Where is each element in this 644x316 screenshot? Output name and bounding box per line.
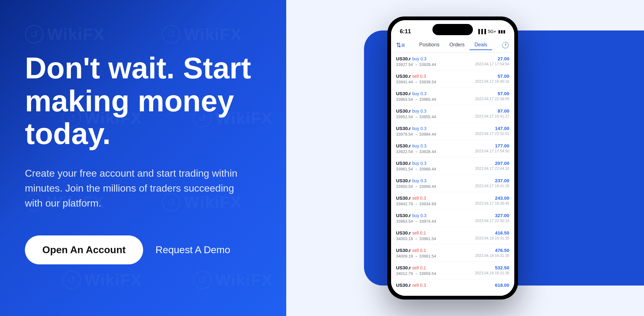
trade-profit-7: 237.00 [475,178,509,183]
trade-symbol-7: US30.r buy 0.3 [396,178,436,184]
trade-prices-4: 33979.54 → 33984.44 [396,132,436,137]
trade-right-9: 327.00 2023.04.17 22:50:19 [475,213,509,223]
trade-profit-0: 27.00 [475,56,509,61]
trade-time-10: 2023.04.18 16:31:35 [475,236,509,240]
trade-left-11: US30.r sell 0.1 34009.19 → 33961.54 [396,248,436,258]
trade-right-7: 237.00 2023.04.17 16:41:26 [475,178,509,188]
trade-right-3: 87.00 2023.04.17 16:41:27 [475,108,509,118]
page-wrapper: ↺ WikiFX ↺ WikiFX ↺ WikiFX ↺ WikiFX ↺ Wi… [0,0,644,316]
trade-symbol-8: US30.r sell 0.3 [396,195,436,201]
trade-row: US30.r buy 0.3 33950.54 → 33958.44 237.0… [391,175,514,192]
trade-right-6: 207.00 2023.04.17 22:44:32 [475,160,509,171]
filter-sort-icon[interactable]: ⇅≡ [396,41,405,49]
trade-row: US30.r sell 0.3 618.00 [391,279,514,292]
trade-profit-5: 177.00 [475,143,509,148]
trade-right-4: 147.00 2023.04.17 22:32:01 [475,126,509,136]
trade-left-7: US30.r buy 0.3 33950.54 → 33958.44 [396,178,436,189]
tab-group: Positions Orders Deals [414,40,492,50]
tab-positions[interactable]: Positions [414,40,444,50]
trade-right-2: 57.00 2023.04.17 22:38:05 [475,91,509,101]
trade-time-1: 2023.04.17 16:40:16 [475,79,509,84]
trade-time-2: 2023.04.17 22:38:05 [475,97,509,101]
trade-symbol-6: US30.r buy 0.3 [396,160,436,166]
trade-right-1: 57.00 2023.04.17 16:40:16 [475,73,509,84]
app-nav: ⇅≡ Positions Orders Deals 🕐 [391,38,514,53]
network-type: 5G+ [488,29,496,34]
trade-prices-3: 33952.54 → 33955.44 [396,114,436,119]
subtext: Create your free account and start tradi… [25,166,249,211]
trade-left-10: US30.r sell 0.1 34003.19 → 33961.54 [396,230,436,241]
trade-left-13: US30.r sell 0.3 [396,282,426,289]
open-account-button[interactable]: Open An Account [25,235,143,264]
headline: Don't wait. Start making money today. [25,52,261,150]
trade-prices-1: 33941.44 → 33939.54 [396,80,436,84]
trade-prices-8: 33942.79 → 33934.69 [396,202,436,206]
tab-orders[interactable]: Orders [444,40,469,50]
left-section: ↺ WikiFX ↺ WikiFX ↺ WikiFX ↺ WikiFX ↺ Wi… [0,0,286,316]
battery-icon: ▮▮▮ [498,29,506,34]
trade-symbol-9: US30.r buy 0.3 [396,213,436,218]
trade-symbol-5: US30.r buy 0.3 [396,143,436,149]
trade-left-3: US30.r buy 0.3 33952.54 → 33955.44 [396,108,436,119]
trade-time-11: 2023.04.18 16:31:35 [475,253,509,258]
trade-row: US30.r buy 0.3 33979.54 → 33984.44 147.0… [391,123,514,140]
trade-prices-2: 33963.54 → 33965.44 [396,97,436,102]
right-section: 6:11 ▐▐▐ 5G+ ▮▮▮ ⇅≡ Positions Orders [286,0,644,316]
trade-prices-9: 33963.54 → 33974.44 [396,219,436,224]
trade-prices-10: 34003.19 → 33961.54 [396,236,436,241]
trade-right-13: 618.00 [495,282,509,288]
trade-prices-0: 33927.54 → 33928.44 [396,62,436,67]
trade-profit-1: 57.00 [475,73,509,79]
trade-profit-9: 327.00 [475,213,509,218]
request-demo-button[interactable]: Request A Demo [156,244,230,256]
watermark-8: ↺ WikiFX [193,271,273,289]
trade-time-12: 2023.04.18 16:31:36 [475,271,509,275]
trade-left-2: US30.r buy 0.3 33963.54 → 33965.44 [396,91,436,102]
trade-time-4: 2023.04.17 22:32:01 [475,132,509,136]
trade-row: US30.r buy 0.3 33927.54 → 33928.44 27.00… [391,53,514,70]
trade-prices-5: 33922.54 → 33928.44 [396,149,436,154]
trade-left-0: US30.r buy 0.3 33927.54 → 33928.44 [396,56,436,67]
trade-profit-6: 207.00 [475,160,509,166]
clock-icon[interactable]: 🕐 [502,41,509,49]
trade-prices-12: 34012.79 → 33959.54 [396,271,436,276]
trade-profit-12: 532.50 [475,265,509,270]
trade-time-9: 2023.04.17 22:50:19 [475,219,509,223]
trade-row: US30.r buy 0.3 33963.54 → 33965.44 57.00… [391,88,514,105]
trade-profit-8: 243.00 [475,195,509,201]
trade-right-5: 177.00 2023.04.17 17:54:50 [475,143,509,153]
trade-row: US30.r sell 0.1 34012.79 → 33959.54 532.… [391,262,514,279]
trade-row: US30.r buy 0.3 33961.54 → 33968.44 207.0… [391,157,514,175]
trade-left-8: US30.r sell 0.3 33942.79 → 33934.69 [396,195,436,206]
trade-symbol-11: US30.r sell 0.1 [396,248,436,253]
tab-deals[interactable]: Deals [469,40,492,50]
watermark-2: ↺ WikiFX [162,25,242,44]
trade-time-7: 2023.04.17 16:41:26 [475,184,509,188]
trade-row: US30.r sell 0.1 34009.19 → 33961.54 476.… [391,244,514,262]
trade-prices-6: 33961.54 → 33968.44 [396,167,436,171]
nav-left-icons: ⇅≡ [396,41,405,49]
trade-time-6: 2023.04.17 22:44:32 [475,166,509,171]
status-icons: ▐▐▐ 5G+ ▮▮▮ [477,29,506,34]
trade-right-12: 532.50 2023.04.18 16:31:36 [475,265,509,275]
trade-left-9: US30.r buy 0.3 33963.54 → 33974.44 [396,213,436,224]
trade-row: US30.r sell 0.1 34003.19 → 33961.54 416.… [391,227,514,244]
trade-symbol-12: US30.r sell 0.1 [396,265,436,271]
trade-time-0: 2023.04.17 17:54:54 [475,62,509,66]
phone-screen: 6:11 ▐▐▐ 5G+ ▮▮▮ ⇅≡ Positions Orders [391,20,514,296]
trade-time-5: 2023.04.17 17:54:50 [475,149,509,153]
trade-right-11: 476.50 2023.04.18 16:31:35 [475,248,509,258]
trade-time-8: 2023.04.17 16:26:45 [475,201,509,206]
trade-profit-13: 618.00 [495,282,509,288]
trade-prices-7: 33950.54 → 33958.44 [396,184,436,189]
trade-profit-4: 147.00 [475,126,509,131]
trade-symbol-3: US30.r buy 0.3 [396,108,436,114]
trade-right-8: 243.00 2023.04.17 16:26:45 [475,195,509,206]
trade-left-1: US30.r sell 0.3 33941.44 → 33939.54 [396,73,436,84]
trade-left-5: US30.r buy 0.3 33922.54 → 33928.44 [396,143,436,154]
watermark-7: ↺ WikiFX [62,271,142,289]
trade-symbol-4: US30.r buy 0.3 [396,126,436,131]
trade-list: US30.r buy 0.3 33927.54 → 33928.44 27.00… [391,53,514,296]
trade-left-6: US30.r buy 0.3 33961.54 → 33968.44 [396,160,436,171]
trade-left-4: US30.r buy 0.3 33979.54 → 33984.44 [396,126,436,137]
